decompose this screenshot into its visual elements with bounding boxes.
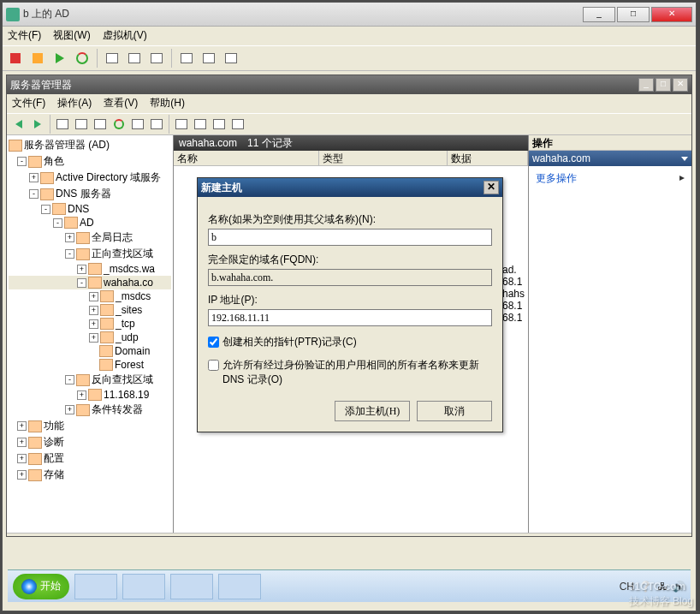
name-input[interactable]: [208, 229, 492, 246]
tool-icon[interactable]: [148, 116, 165, 133]
tool-icon[interactable]: [73, 116, 90, 133]
folder-icon: [100, 331, 114, 343]
sm-maximize-button[interactable]: □: [656, 78, 671, 92]
tree-root[interactable]: 服务器管理器 (AD): [9, 137, 171, 153]
tree-sub-msdcs[interactable]: +_msdcs: [9, 289, 171, 303]
network-icon[interactable]: 🖧: [657, 581, 667, 593]
records-columns[interactable]: 名称 类型 数据: [174, 151, 528, 166]
vm-host-window: b 上的 AD _ □ ✕ 文件(F) 视图(W) 虚拟机(V) 服务器管理器 …: [2, 2, 697, 611]
sm-close-button[interactable]: ✕: [673, 78, 688, 92]
folder-icon: [28, 453, 42, 465]
tree-sub-sites[interactable]: +_sites: [9, 303, 171, 317]
records-header: wahaha.com 11 个记录: [174, 135, 528, 151]
cancel-button[interactable]: 取消: [417, 401, 492, 421]
server-manager-titlebar[interactable]: 服务器管理器 _ □ ✕: [7, 75, 691, 94]
col-type[interactable]: 类型: [319, 151, 448, 165]
folder-icon: [28, 156, 42, 168]
tool-icon[interactable]: [173, 116, 190, 133]
play-button[interactable]: [50, 49, 69, 68]
tool-icon[interactable]: [211, 116, 228, 133]
tool-icon[interactable]: [92, 116, 109, 133]
tool-icon[interactable]: [54, 116, 71, 133]
tree-dns[interactable]: -DNS: [9, 202, 171, 216]
tree-sub-tcp[interactable]: +_tcp: [9, 317, 171, 331]
tree-rev-zone[interactable]: +11.168.19: [9, 388, 171, 402]
tree-diag[interactable]: +诊断: [9, 434, 171, 450]
tree-global-log[interactable]: +全局日志: [9, 230, 171, 246]
stop-button[interactable]: [6, 49, 25, 68]
tree-fwd-zones[interactable]: -正向查找区域: [9, 246, 171, 262]
folder-icon: [99, 345, 113, 357]
col-data[interactable]: 数据: [448, 151, 528, 165]
minimize-button[interactable]: _: [583, 7, 615, 22]
col-name[interactable]: 名称: [174, 151, 319, 165]
folder-icon: [76, 404, 90, 416]
ip-input[interactable]: [208, 309, 492, 326]
tree-pane[interactable]: 服务器管理器 (AD) -角色 +Active Directory 域服务 -D…: [7, 135, 174, 533]
dns-icon: [52, 203, 66, 215]
tree-storage[interactable]: +存储: [9, 467, 171, 483]
sound-icon[interactable]: 🔊: [673, 581, 685, 593]
cd-button[interactable]: [177, 49, 196, 68]
zone-icon: [88, 389, 102, 401]
tree-rev-zones[interactable]: -反向查找区域: [9, 372, 171, 388]
close-button[interactable]: ✕: [651, 7, 692, 22]
tree-roles[interactable]: -角色: [9, 153, 171, 170]
add-host-button[interactable]: 添加主机(H): [335, 401, 410, 421]
start-button[interactable]: 开始: [13, 574, 69, 599]
system-tray[interactable]: CH ❔ 🖧 🔊: [620, 581, 685, 593]
ptr-checkbox[interactable]: [208, 337, 219, 348]
ptr-label: 创建相关的指针(PTR)记录(C): [222, 335, 357, 349]
folder-icon: [40, 172, 54, 184]
sm-menu-action[interactable]: 操作(A): [57, 96, 92, 111]
floppy-button[interactable]: [199, 49, 218, 68]
menu-view[interactable]: 视图(W): [53, 28, 90, 44]
windows-orb-icon: [21, 579, 37, 594]
back-button[interactable]: [10, 116, 27, 133]
dialog-close-button[interactable]: ✕: [483, 181, 499, 194]
dialog-titlebar[interactable]: 新建主机 ✕: [198, 178, 502, 197]
snapshot-button[interactable]: [103, 49, 122, 68]
sm-menu-help[interactable]: 帮助(H): [150, 96, 185, 111]
tool-icon[interactable]: [192, 116, 209, 133]
tree-dns-server[interactable]: -DNS 服务器: [9, 186, 171, 202]
tree-domain[interactable]: Domain: [9, 344, 171, 358]
taskbar-item[interactable]: [122, 574, 165, 599]
statusbar: [7, 533, 691, 536]
tree-msdcs-zone[interactable]: +_msdcs.wa: [9, 262, 171, 276]
auth-checkbox[interactable]: [208, 360, 219, 371]
guest-taskbar[interactable]: 开始 CH ❔ 🖧 🔊: [8, 569, 691, 602]
forward-button[interactable]: [29, 116, 46, 133]
sm-minimize-button[interactable]: _: [638, 78, 654, 92]
taskbar-item[interactable]: [170, 574, 213, 599]
maximize-button[interactable]: □: [617, 7, 650, 22]
menu-vm[interactable]: 虚拟机(V): [103, 28, 147, 44]
menu-file[interactable]: 文件(F): [8, 28, 41, 44]
tree-wahaha-zone[interactable]: -wahaha.co: [9, 276, 171, 289]
vm-titlebar[interactable]: b 上的 AD _ □ ✕: [3, 3, 696, 27]
tree-cond-fwd[interactable]: +条件转发器: [9, 402, 171, 418]
tree-features[interactable]: +功能: [9, 418, 171, 434]
tree-sub-udp[interactable]: +_udp: [9, 331, 171, 344]
tree-ad-ds[interactable]: +Active Directory 域服务: [9, 170, 171, 186]
taskbar-item[interactable]: [218, 574, 261, 599]
actions-zone-band[interactable]: wahaha.com: [529, 151, 691, 166]
snapshot-mgr-button[interactable]: [125, 49, 144, 68]
tree-config[interactable]: +配置: [9, 450, 171, 467]
usb-button[interactable]: [222, 49, 240, 68]
vm-icon: [6, 8, 20, 21]
taskbar-item[interactable]: [74, 574, 117, 599]
pause-button[interactable]: [28, 49, 47, 68]
ime-indicator[interactable]: CH: [620, 581, 634, 593]
tree-dns-host[interactable]: -AD: [9, 216, 171, 230]
tree-forest[interactable]: Forest: [9, 358, 171, 372]
tool-icon[interactable]: [229, 116, 246, 133]
help-icon[interactable]: ❔: [639, 581, 652, 593]
fullscreen-button[interactable]: [147, 49, 166, 68]
restart-button[interactable]: [73, 49, 92, 68]
sm-menu-view[interactable]: 查看(V): [104, 96, 138, 111]
sm-menu-file[interactable]: 文件(F): [12, 96, 45, 111]
more-actions-link[interactable]: 更多操作▸: [529, 166, 691, 191]
refresh-button[interactable]: [110, 116, 128, 133]
tool-icon[interactable]: [129, 116, 146, 133]
